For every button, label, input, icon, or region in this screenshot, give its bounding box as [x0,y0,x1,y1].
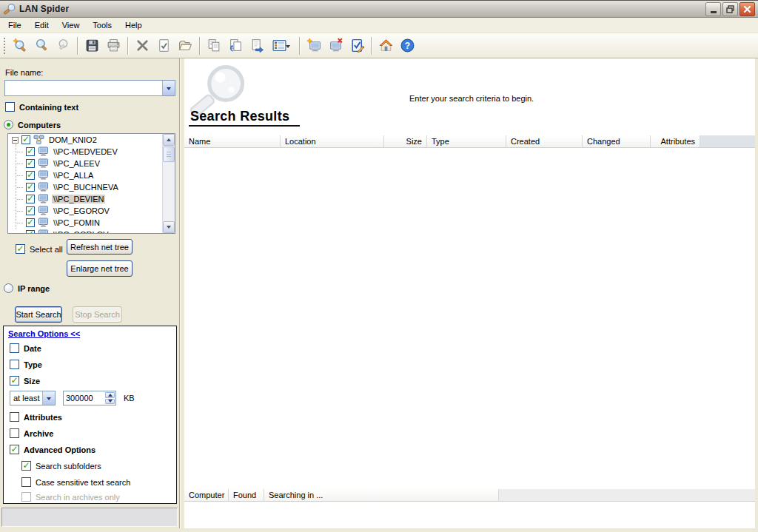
column-computer[interactable]: Computer [184,489,229,502]
tree-node[interactable]: \\PC_ALLA [8,169,162,181]
menu-view[interactable]: View [56,18,87,32]
computers-row[interactable]: Computers [4,120,61,129]
archive-checkbox[interactable] [10,428,19,438]
remove-computer-button[interactable] [325,36,346,56]
tree-node-checkbox[interactable] [26,230,35,233]
edit-computers-button[interactable] [346,36,368,56]
search-button[interactable] [31,36,53,56]
tree-scrollbar[interactable] [162,134,175,233]
select-all-row[interactable]: Select all [16,244,63,254]
containing-text-checkbox[interactable] [5,102,15,112]
size-operator-dropdown-button[interactable] [42,391,55,405]
tree-node-checkbox[interactable] [26,159,35,168]
start-search-button[interactable]: Start Search [15,306,62,323]
tree-node[interactable]: \\PC_BUCHNEVA [8,181,162,193]
file-name-dropdown-button[interactable] [162,81,175,95]
size-value-input[interactable] [64,394,104,403]
tree-root-checkbox[interactable] [21,135,30,144]
tree-node-checkbox[interactable] [26,218,35,227]
help-button[interactable]: ? [397,36,418,56]
dropdown-caret-icon[interactable] [286,45,290,50]
export-button[interactable] [246,36,268,56]
tree-node-checkbox[interactable] [26,195,35,203]
column-type[interactable]: Type [427,135,506,148]
column-attributes[interactable]: Attributes [651,135,700,148]
spin-down-button[interactable] [105,399,115,405]
type-option-row[interactable]: Type [10,360,42,369]
tree-node-clipped[interactable]: \\PC_GORLOV [8,229,162,233]
tree-node-checkbox[interactable] [26,183,35,192]
delete-button[interactable] [132,36,153,56]
file-name-combobox[interactable] [4,80,175,96]
tree-node[interactable]: \\PC_FOMIN [8,217,162,229]
size-value-spinner[interactable] [104,391,115,405]
enlarge-net-tree-button[interactable]: Enlarge net tree [67,260,133,277]
view-mode-button[interactable] [268,36,296,56]
search-subfolders-row[interactable]: Search subfolders [21,461,101,471]
column-location[interactable]: Location [281,135,384,148]
spin-up-button[interactable] [105,392,115,398]
tree-node[interactable]: \\PC_EGOROV [8,205,162,217]
date-option-row[interactable]: Date [10,343,41,353]
select-results-button[interactable] [153,36,175,56]
menu-file[interactable]: File [1,18,28,32]
size-option-row[interactable]: Size [10,376,40,385]
column-name[interactable]: Name [184,135,281,148]
attributes-checkbox[interactable] [10,412,19,422]
case-sensitive-row[interactable]: Case sensitive text search [21,477,130,487]
minimize-button[interactable] [705,2,721,16]
print-button[interactable] [103,36,124,56]
tree-node-checkbox[interactable] [26,171,35,180]
size-checkbox[interactable] [10,376,19,385]
selected-tree-node-label[interactable]: \\PC_DEVIEN [52,195,105,203]
size-operator-select[interactable]: at least [10,391,56,405]
file-name-input[interactable] [5,81,162,95]
home-button[interactable] [375,36,397,56]
scroll-up-button[interactable] [163,134,175,146]
computers-radio[interactable] [4,120,13,129]
copy-button[interactable] [204,36,225,56]
attributes-option-row[interactable]: Attributes [10,412,62,422]
size-value-field[interactable] [63,391,116,405]
column-created[interactable]: Created [506,135,583,148]
add-computer-button[interactable] [303,36,325,56]
refresh-documents-button[interactable] [225,36,246,56]
stop-search-button[interactable] [53,36,74,56]
advanced-options-checkbox[interactable] [10,445,19,454]
toolbar-grip[interactable] [4,38,6,54]
collapse-icon[interactable] [12,137,19,144]
ip-range-row[interactable]: IP range [4,283,50,293]
tree-node[interactable]: \\PC-MEDVEDEV [8,146,162,158]
case-sensitive-checkbox[interactable] [21,477,31,487]
column-found[interactable]: Found [229,489,264,502]
tree-root-label[interactable]: DOM_KNIO2 [47,135,98,144]
date-checkbox[interactable] [10,343,19,353]
scrollbar-thumb[interactable] [163,147,175,162]
open-folder-button[interactable] [175,36,196,56]
menu-tools[interactable]: Tools [86,18,118,32]
type-checkbox[interactable] [10,360,19,369]
refresh-net-tree-button[interactable]: Refresh net tree [67,239,133,255]
menu-help[interactable]: Help [118,18,149,32]
column-size[interactable]: Size [384,135,427,148]
tree-root-row[interactable]: DOM_KNIO2 [8,134,162,146]
tree-node[interactable]: \\PC_DEVIEN [8,193,162,205]
archive-option-row[interactable]: Archive [10,428,53,438]
tree-node-checkbox[interactable] [26,206,35,215]
close-button[interactable] [739,2,755,16]
network-tree[interactable]: DOM_KNIO2 \\PC-MEDVEDEV \\PC_ALEEV [7,133,175,234]
select-all-checkbox[interactable] [16,244,25,254]
tree-node[interactable]: \\PC_ALEEV [8,158,162,169]
new-search-button[interactable] [10,36,31,56]
scroll-down-button[interactable] [163,221,175,233]
search-options-toggle-link[interactable]: Search Options << [8,329,80,338]
restore-button[interactable] [722,2,738,16]
column-changed[interactable]: Changed [583,135,651,148]
advanced-options-row[interactable]: Advanced Options [10,445,95,454]
save-button[interactable] [81,36,103,56]
ip-range-radio[interactable] [4,283,13,293]
column-searching-in[interactable]: Searching in ... [264,489,499,502]
title-bar[interactable]: LAN Spider [0,1,758,18]
search-subfolders-checkbox[interactable] [21,461,31,471]
menu-edit[interactable]: Edit [28,18,56,32]
